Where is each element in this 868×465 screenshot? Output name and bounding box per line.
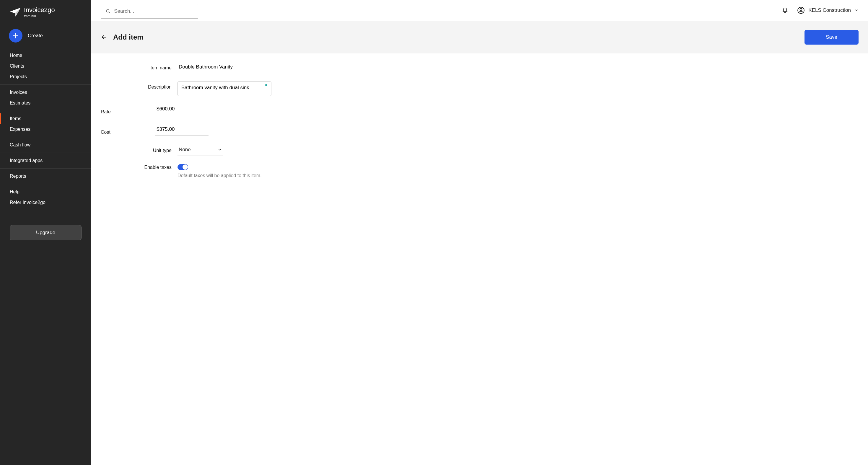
main: KELS Construction Add item Save Item nam… bbox=[91, 0, 868, 465]
topbar: KELS Construction bbox=[91, 0, 868, 21]
unit-type-value: None bbox=[179, 147, 191, 153]
resize-handle-icon[interactable] bbox=[265, 84, 267, 86]
search-icon bbox=[106, 8, 111, 14]
enable-taxes-label: Enable taxes bbox=[118, 164, 178, 170]
taxes-helper-text: Default taxes will be applied to this it… bbox=[178, 173, 262, 178]
paper-plane-icon bbox=[10, 7, 21, 17]
enable-taxes-toggle[interactable] bbox=[178, 164, 188, 170]
sidebar-item-home[interactable]: Home bbox=[0, 50, 91, 61]
description-label: Description bbox=[127, 82, 178, 90]
chevron-down-icon bbox=[218, 148, 222, 152]
toggle-knob bbox=[183, 164, 188, 170]
unit-type-select[interactable]: None bbox=[178, 145, 223, 156]
description-field-wrap[interactable] bbox=[178, 82, 271, 96]
brand-name: Invoice2go bbox=[24, 6, 55, 13]
upgrade-button[interactable]: Upgrade bbox=[10, 225, 82, 240]
sidebar: Invoice2go from bill Create Home Clients… bbox=[0, 0, 91, 465]
create-row: Create bbox=[0, 21, 91, 48]
sidebar-item-refer[interactable]: Refer Invoice2go bbox=[0, 197, 91, 208]
page-title: Add item bbox=[113, 33, 144, 41]
unit-type-label: Unit type bbox=[127, 148, 178, 153]
rate-field[interactable] bbox=[155, 104, 209, 115]
avatar-icon bbox=[797, 6, 805, 14]
svg-point-2 bbox=[800, 8, 802, 10]
logo: Invoice2go from bill bbox=[0, 0, 91, 21]
item-name-field[interactable] bbox=[178, 62, 271, 73]
item-name-label: Item name bbox=[127, 65, 178, 70]
cost-field[interactable] bbox=[155, 125, 209, 135]
sidebar-nav: Home Clients Projects Invoices Estimates… bbox=[0, 48, 91, 210]
notifications-button[interactable] bbox=[782, 7, 788, 14]
cost-label: Cost bbox=[101, 130, 155, 135]
account-name: KELS Construction bbox=[808, 7, 851, 13]
sidebar-item-items[interactable]: Items bbox=[0, 113, 91, 124]
sidebar-item-integrated-apps[interactable]: Integrated apps bbox=[0, 155, 91, 166]
rate-label: Rate bbox=[101, 109, 155, 115]
form-area: Item name Description Rate Cost Unit typ… bbox=[91, 54, 868, 195]
back-button[interactable] bbox=[101, 34, 107, 40]
search-box[interactable] bbox=[101, 4, 198, 19]
account-menu[interactable]: KELS Construction bbox=[797, 6, 859, 14]
save-button[interactable]: Save bbox=[805, 30, 859, 44]
sidebar-item-expenses[interactable]: Expenses bbox=[0, 124, 91, 135]
chevron-down-icon bbox=[855, 8, 859, 12]
sidebar-item-cashflow[interactable]: Cash flow bbox=[0, 140, 91, 150]
sidebar-item-invoices[interactable]: Invoices bbox=[0, 87, 91, 98]
brand-sub: from bill bbox=[24, 14, 55, 18]
page-header: Add item Save bbox=[91, 21, 868, 54]
sidebar-item-estimates[interactable]: Estimates bbox=[0, 98, 91, 108]
arrow-left-icon bbox=[101, 34, 107, 40]
sidebar-item-projects[interactable]: Projects bbox=[0, 71, 91, 82]
search-input[interactable] bbox=[114, 8, 193, 14]
plus-icon bbox=[13, 33, 19, 39]
sidebar-item-reports[interactable]: Reports bbox=[0, 171, 91, 182]
description-field[interactable] bbox=[181, 85, 268, 91]
sidebar-item-help[interactable]: Help bbox=[0, 187, 91, 197]
create-label[interactable]: Create bbox=[28, 33, 43, 39]
bell-icon bbox=[782, 7, 788, 14]
sidebar-item-clients[interactable]: Clients bbox=[0, 61, 91, 71]
create-button[interactable] bbox=[9, 29, 23, 42]
